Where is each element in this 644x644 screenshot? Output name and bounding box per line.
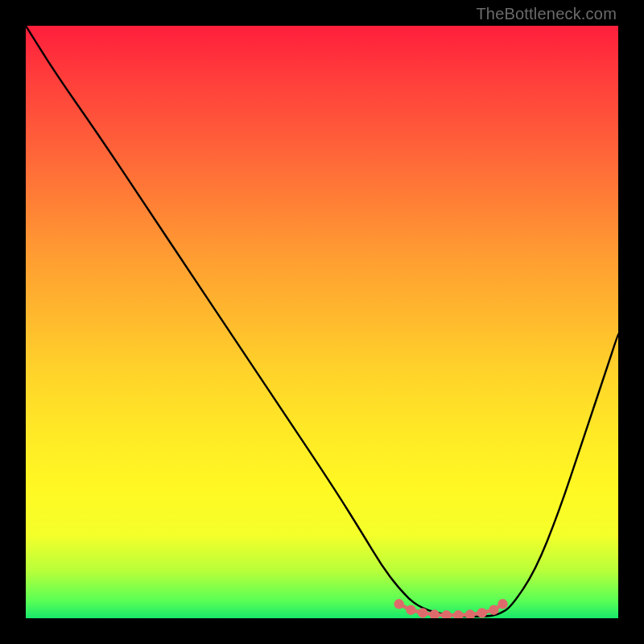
bottleneck-curve [26,26,618,617]
bottleneck-curve-svg [26,26,618,618]
chart-frame: TheBottleneck.com [0,0,644,644]
watermark-text: TheBottleneck.com [476,5,617,23]
valley-marker-dot [500,601,506,607]
plot-area [26,26,618,618]
